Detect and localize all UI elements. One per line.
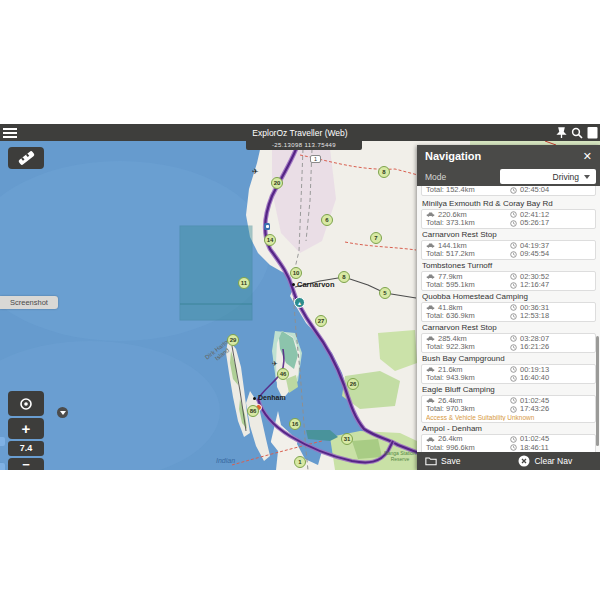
close-circle-icon [518,455,530,467]
nav-route-item[interactable]: Bush Bay Campground 21.6km 00:19:13 Tota… [421,354,596,384]
navigation-panel: Navigation ✕ Mode Driving Total: 152.4km [417,145,600,470]
waypoint-marker[interactable]: 20 [271,177,283,189]
waypoint-marker[interactable]: 11 [238,277,250,289]
nav-route-list[interactable]: Total: 152.4km 02:45:04 Minilya Exmouth … [417,186,600,452]
nav-route-item-partial[interactable]: Total: 152.4km 02:45:04 [421,186,596,198]
waypoint-marker[interactable]: 86 [247,405,259,417]
total-distance: Total: 970.3km [426,405,510,414]
save-button[interactable]: Save [425,456,460,466]
locate-button[interactable] [8,391,44,416]
total-time: 12:16:47 [510,281,591,290]
measure-tool-button[interactable] [8,147,44,169]
clock-icon [510,397,517,404]
waypoint-name: Ampol - Denham [422,424,596,433]
clock-icon [510,251,517,258]
coordinates-readout: -25.13098 113.75449 [246,141,362,150]
clock-icon [510,282,517,289]
edge-tab[interactable] [0,463,5,470]
close-icon[interactable]: ✕ [583,145,592,167]
total-distance: Total: 517.2km [426,250,510,259]
scrollbar-thumb[interactable] [596,336,599,446]
total-distance: Total: 996.6km [426,444,510,453]
waypoint-marker[interactable]: 46 [277,368,289,380]
clock-icon [510,344,517,351]
current-position-marker: ▲ [294,297,305,308]
total-distance: Total: 373.1km [426,219,510,228]
clock-icon [510,335,517,342]
clock-icon [510,406,517,413]
total-distance: Total: 922.3km [426,343,510,352]
suitability-warning: Access & Vehicle Suitability Unknown [426,414,591,422]
nav-route-item[interactable]: Ampol - Denham 26.4km 01:02:45 Total: 99… [421,424,596,453]
nav-route-item[interactable]: Carnarvon Rest Stop 144.1km 04:19:37 Tot… [421,230,596,260]
navigation-panel-header: Navigation ✕ [417,145,600,167]
clock-icon [510,211,517,218]
page-icon[interactable] [587,126,598,139]
waypoint-marker[interactable]: 8 [378,166,390,178]
waypoint-name: Quobba Homestead Camping [422,292,596,301]
pin-icon[interactable] [556,127,567,139]
navigation-title: Navigation [425,150,481,162]
hamburger-menu-button[interactable] [3,126,21,139]
clock-icon [510,220,517,227]
clock-icon [510,375,517,382]
nav-route-item[interactable]: Quobba Homestead Camping 41.8km 00:36:31… [421,292,596,322]
folder-icon [425,456,437,466]
target-icon [18,396,34,412]
waypoint-marker[interactable]: 10 [290,267,302,279]
window-title: ExplorOz Traveller (Web) [0,128,600,138]
waypoint-name: Minilya Exmouth Rd & Coray Bay Rd [422,199,596,208]
waypoint-name: Eagle Bluff Camping [422,385,596,394]
total-distance: Total: 636.9km [426,312,510,321]
waypoint-marker[interactable]: 8 [338,271,350,283]
mode-value: Driving [553,172,579,182]
clock-icon [510,313,517,320]
edge-tab[interactable] [0,437,5,446]
total-time: 16:40:40 [510,374,591,383]
waypoint-marker[interactable]: 6 [321,214,333,226]
nav-route-item[interactable]: Minilya Exmouth Rd & Coray Bay Rd 220.6k… [421,199,596,229]
mode-label: Mode [425,172,446,182]
clock-icon [510,242,517,249]
waypoint-name: Bush Bay Campground [422,354,596,363]
nav-route-item[interactable]: Carnarvon Rest Stop 285.4km 03:28:07 Tot… [421,323,596,353]
clock-icon [510,366,517,373]
waypoint-name: Carnarvon Rest Stop [422,230,596,239]
waypoint-marker[interactable]: 31 [341,433,353,445]
nav-route-item[interactable]: Tombstones Turnoff 77.9km 02:30:52 Total… [421,261,596,291]
explorOz-app-window: ExplorOz Traveller (Web) [0,124,600,470]
waypoint-marker[interactable]: 26 [347,378,359,390]
zoom-out-button[interactable]: − [8,458,44,470]
search-icon[interactable] [571,127,583,139]
waypoint-marker[interactable]: 27 [315,315,327,327]
total-time: 02:45:04 [510,186,591,195]
waypoint-marker[interactable]: 1 [294,456,306,468]
total-time: 16:21:26 [510,343,591,352]
clock-icon [510,436,517,443]
nav-route-item[interactable]: Eagle Bluff Camping 26.4km 01:02:45 Tota… [421,385,596,423]
chevron-down-icon [584,175,590,179]
car-icon [426,436,435,443]
ferry-icon [57,407,68,418]
mode-row: Mode Driving [417,167,600,186]
waypoint-name: Tombstones Turnoff [422,261,596,270]
waypoint-marker[interactable]: 7 [370,232,382,244]
waypoint-name: Carnarvon Rest Stop [422,323,596,332]
zoom-in-button[interactable]: + [8,418,44,439]
ruler-icon [17,150,34,165]
total-distance: Total: 943.9km [426,374,510,383]
clock-icon [510,273,517,280]
waypoint-marker[interactable]: 29 [227,334,239,346]
route-shield: 1 [310,155,321,163]
waypoint-marker[interactable]: 14 [264,234,276,246]
total-time: 09:45:54 [510,250,591,259]
clear-nav-button[interactable]: Clear Nav [518,455,572,467]
waypoint-marker[interactable]: 16 [289,418,301,430]
total-time: 17:43:26 [510,405,591,414]
screenshot-label: Screenshot [0,296,58,309]
fuel-station-icon [264,223,270,230]
waypoint-marker[interactable]: 5 [379,287,391,299]
mode-dropdown[interactable]: Driving [500,169,596,184]
navigation-footer: Save Clear Nav [417,452,600,470]
clock-icon [510,304,517,311]
